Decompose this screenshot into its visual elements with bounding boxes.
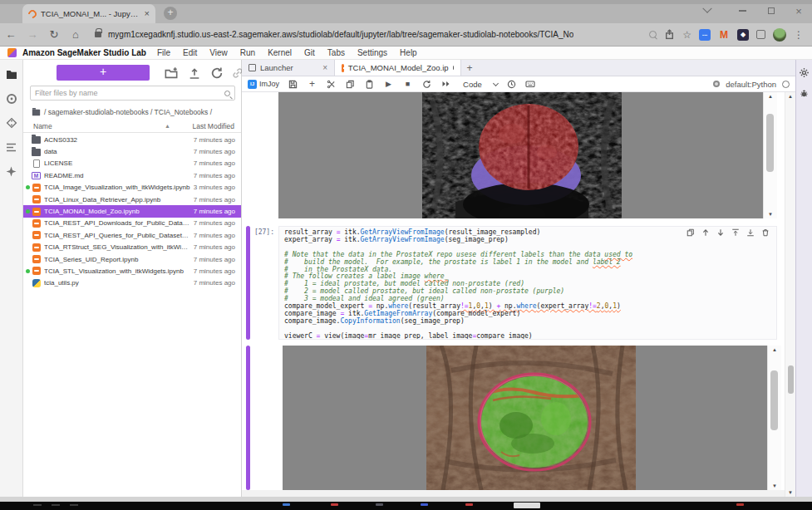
new-launcher-button[interactable]: + bbox=[57, 65, 150, 81]
menu-item-tabs[interactable]: Tabs bbox=[327, 48, 345, 57]
restart-run-all-icon[interactable] bbox=[440, 78, 451, 90]
insert-above-icon[interactable] bbox=[731, 228, 740, 237]
scroll-up-icon[interactable]: ▲ bbox=[764, 94, 777, 99]
extension-dots-icon[interactable]: ... bbox=[699, 29, 711, 41]
back-icon[interactable]: ← bbox=[0, 28, 22, 41]
column-last-modified[interactable]: Last Modified bbox=[192, 122, 234, 130]
taskbar-icon[interactable] bbox=[331, 503, 338, 506]
move-down-icon[interactable] bbox=[716, 228, 725, 237]
paste-icon[interactable] bbox=[364, 78, 375, 90]
move-up-icon[interactable] bbox=[701, 228, 710, 237]
stop-icon[interactable]: ■ bbox=[402, 78, 413, 90]
taskbar-icon[interactable] bbox=[736, 503, 744, 506]
extension-square-icon[interactable] bbox=[756, 30, 765, 39]
extension-manager-icon[interactable] bbox=[5, 164, 18, 178]
file-row[interactable]: TCIA_Linux_Data_Retriever_App.ipynb7 min… bbox=[23, 194, 241, 205]
browser-new-tab-button[interactable]: + bbox=[164, 7, 177, 20]
insert-cell-icon[interactable]: + bbox=[307, 78, 317, 90]
file-row[interactable]: TCIA_Series_UID_Report.ipynb7 minutes ag… bbox=[23, 253, 241, 265]
delete-cell-icon[interactable] bbox=[761, 228, 770, 237]
file-row[interactable]: TCIA_Image_Visualization_with_itkWidgets… bbox=[23, 182, 241, 194]
extension-m-icon[interactable]: M bbox=[718, 29, 730, 41]
scroll-down-icon[interactable]: ▼ bbox=[764, 212, 777, 217]
window-maximize-button[interactable] bbox=[760, 3, 782, 18]
extension-dark-icon[interactable]: ◆ bbox=[737, 29, 749, 41]
column-name[interactable]: Name bbox=[33, 122, 52, 130]
scroll-down-icon[interactable]: ▼ bbox=[768, 483, 781, 488]
mri-segmentation-image[interactable] bbox=[422, 92, 622, 218]
taskbar-icon[interactable] bbox=[465, 503, 473, 506]
browser-tab-close-icon[interactable]: × bbox=[145, 9, 150, 18]
menu-item-git[interactable]: Git bbox=[304, 48, 315, 57]
taskbar-icon[interactable] bbox=[421, 503, 428, 506]
file-row[interactable]: ACNS03327 minutes ago bbox=[23, 134, 241, 145]
itk-viewer-tissue[interactable] bbox=[283, 346, 767, 490]
cell-type-dropdown[interactable]: Code bbox=[463, 80, 498, 89]
kernel-settings-icon[interactable] bbox=[713, 81, 720, 87]
property-inspector-icon[interactable] bbox=[799, 67, 810, 78]
bookmark-star-icon[interactable]: ☆ bbox=[682, 30, 691, 40]
scroll-up-icon[interactable]: ▲ bbox=[768, 347, 781, 352]
scrollbar-thumb[interactable] bbox=[770, 370, 778, 430]
menu-item-run[interactable]: Run bbox=[240, 48, 255, 57]
tissue-segmentation-image[interactable] bbox=[426, 346, 636, 490]
window-close-button[interactable]: × bbox=[788, 3, 810, 18]
kernel-name[interactable]: default:Python bbox=[726, 80, 776, 89]
run-icon[interactable]: ▶ bbox=[383, 78, 394, 90]
file-row[interactable]: TCIA_STL_Visualization_with_itkWidgets.i… bbox=[23, 265, 241, 277]
file-row[interactable]: tcia_utils.py7 minutes ago bbox=[23, 277, 241, 289]
viewer-scrollbar[interactable]: ▲ ▼ bbox=[763, 92, 777, 218]
browser-menu-kebab-icon[interactable]: ⋮ bbox=[794, 29, 804, 41]
url-bar[interactable]: mygm1cxegadknfj.studio.us-east-2.sagemak… bbox=[108, 30, 573, 39]
breadcrumb[interactable]: / sagemaker-studiolab-notebooks / TCIA_N… bbox=[32, 106, 238, 117]
taskbar-icon[interactable] bbox=[33, 504, 42, 506]
taskbar-icon[interactable] bbox=[70, 504, 78, 506]
file-browser-icon[interactable] bbox=[5, 68, 18, 81]
forward-icon[interactable]: → bbox=[22, 28, 43, 41]
running-kernels-icon[interactable] bbox=[5, 92, 18, 105]
taskbar-icon[interactable] bbox=[376, 503, 383, 506]
file-row[interactable]: MREADME.md7 minutes ago bbox=[23, 169, 241, 181]
duplicate-cell-icon[interactable] bbox=[687, 228, 695, 237]
menu-item-edit[interactable]: Edit bbox=[183, 48, 197, 57]
menu-item-settings[interactable]: Settings bbox=[357, 48, 387, 57]
reload-icon[interactable]: ↻ bbox=[43, 28, 65, 41]
imjoy-button[interactable]: IJ ImJoy bbox=[248, 80, 279, 89]
git-icon[interactable] bbox=[5, 116, 18, 130]
file-row[interactable]: TCIA_REST_API_Downloads_for_Public_Datas… bbox=[23, 218, 241, 229]
window-chevron-button[interactable] bbox=[696, 3, 718, 18]
viewer-scrollbar[interactable]: ▲ ▼ bbox=[767, 346, 781, 490]
taskbar-icon[interactable] bbox=[283, 503, 290, 506]
windows-taskbar[interactable] bbox=[0, 502, 812, 510]
notebook-scrollbar[interactable]: ▲ ▼ bbox=[785, 92, 795, 497]
home-icon[interactable]: ⌂ bbox=[65, 28, 86, 41]
filter-files-input[interactable] bbox=[35, 89, 224, 97]
window-minimize-button[interactable] bbox=[731, 3, 753, 18]
file-row[interactable]: TCIA_REST_API_Queries_for_Public_Dataset… bbox=[23, 229, 241, 241]
file-row[interactable]: data7 minutes ago bbox=[23, 145, 241, 157]
menu-item-view[interactable]: View bbox=[209, 48, 228, 57]
insert-below-icon[interactable] bbox=[746, 228, 755, 237]
file-row[interactable]: TCIA_MONAI_Model_Zoo.ipynb7 minutes ago bbox=[23, 205, 241, 217]
kernel-status-icon[interactable] bbox=[782, 81, 790, 88]
restart-kernel-icon[interactable] bbox=[421, 78, 432, 90]
scrollbar-thumb[interactable] bbox=[788, 365, 794, 394]
timer-icon[interactable] bbox=[506, 78, 517, 90]
upload-icon[interactable] bbox=[188, 66, 201, 80]
scroll-down-icon[interactable]: ▼ bbox=[785, 490, 795, 495]
table-of-contents-icon[interactable] bbox=[5, 140, 18, 154]
save-icon[interactable] bbox=[288, 78, 298, 90]
share-icon[interactable] bbox=[664, 29, 675, 40]
menu-item-file[interactable]: File bbox=[157, 48, 170, 57]
menu-item-kernel[interactable]: Kernel bbox=[268, 48, 292, 57]
scrollbar-thumb[interactable] bbox=[766, 114, 774, 172]
taskbar-icon[interactable] bbox=[52, 504, 60, 506]
profile-avatar[interactable] bbox=[773, 28, 786, 42]
copy-icon[interactable] bbox=[345, 78, 356, 90]
new-folder-icon[interactable] bbox=[165, 66, 178, 80]
tab-close-icon[interactable]: × bbox=[322, 63, 327, 72]
cut-icon[interactable] bbox=[326, 78, 337, 90]
file-row[interactable]: LICENSE7 minutes ago bbox=[23, 158, 241, 169]
itk-viewer-mri[interactable] bbox=[278, 92, 763, 218]
new-document-tab-button[interactable]: + bbox=[461, 60, 478, 76]
